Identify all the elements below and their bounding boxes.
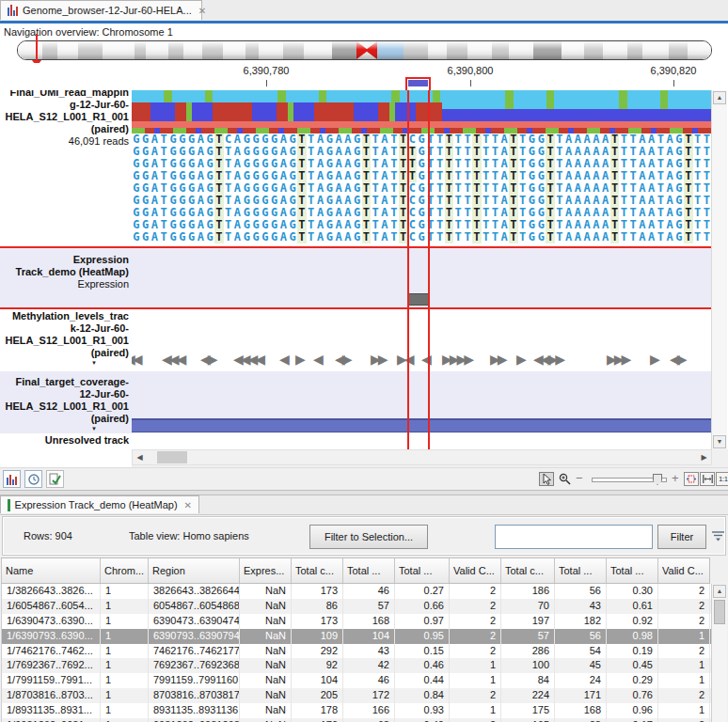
scroll-left-icon[interactable]: ◀: [134, 451, 146, 463]
zoom-out-icon[interactable]: −: [576, 471, 583, 485]
table-cell: 2: [658, 599, 710, 614]
scrollbar-spacer: [0, 449, 132, 467]
table-cell: 1: [101, 673, 149, 688]
zoom-slider[interactable]: [592, 478, 667, 482]
table-row[interactable]: 1/7462176..7462...17462176..7462177NaN29…: [2, 644, 711, 659]
track-dropdown-icon[interactable]: ▼: [0, 425, 129, 432]
table-row[interactable]: 1/6054867..6054...16054867..6054868NaN86…: [2, 599, 711, 614]
methylation-arrows: ◀◀◀◀◀◀▶◀◀◀◀◀▶◀◀▶▶▶▶◀◀▶▶▶▶▶▶▶◀◀▶▶▶▶▶▶◀▶◀: [132, 351, 696, 369]
navigation-overview-label: Navigation overview: Chromosome 1: [4, 26, 173, 38]
table-cell: 1: [658, 703, 710, 718]
zoom-in-icon[interactable]: +: [672, 471, 679, 485]
table-row[interactable]: 1/8703816..8703...18703816..8703817NaN20…: [2, 688, 711, 703]
table-cell: 1: [101, 658, 149, 673]
table-cell: 43: [555, 599, 607, 614]
pointer-tool-button[interactable]: [539, 472, 554, 486]
track-vertical-scrollbar[interactable]: ▲ ▼: [711, 90, 727, 449]
scroll-up-icon[interactable]: ▲: [713, 91, 726, 104]
column-header[interactable]: Total ...: [554, 558, 606, 583]
table-scroll-thumb[interactable]: [714, 600, 725, 624]
fit-width-button[interactable]: [700, 472, 715, 486]
column-header[interactable]: Name: [1, 558, 100, 583]
ideogram-band: [492, 41, 509, 59]
column-header[interactable]: Chrom...: [100, 558, 148, 583]
table-row[interactable]: 1/7991159..7991...17991159..7991160NaN10…: [2, 673, 711, 688]
close-table-tab-icon[interactable]: ✕: [182, 500, 192, 510]
filter-to-selection-button[interactable]: Filter to Selection...: [309, 525, 428, 549]
table-row[interactable]: 1/6390793..6390...16390793..6390794NaN10…: [2, 629, 711, 644]
advanced-filter-button[interactable]: [711, 528, 725, 542]
table-cell: 1: [101, 629, 149, 644]
column-header[interactable]: Expres...: [239, 558, 291, 583]
column-header[interactable]: Total c...: [500, 558, 554, 583]
zoom-selection-icon: [687, 475, 696, 483]
ideogram-band: [669, 41, 688, 59]
table-row[interactable]: 1/8931135..8931...18931135..8931136NaN17…: [2, 703, 711, 718]
tab-genome-browser[interactable]: Genome_browser-12-Jur-60-HELA... ✕: [0, 0, 202, 20]
table-cell: 2: [450, 718, 501, 722]
column-header[interactable]: Valid C...: [657, 558, 709, 583]
table-row[interactable]: 1/3826643..3826...13826643..3826644NaN17…: [2, 584, 711, 599]
selection-region-fill: [408, 80, 428, 86]
column-header[interactable]: Region: [148, 558, 239, 583]
element-info-button[interactable]: [46, 470, 64, 488]
table-cell: 205: [292, 688, 343, 703]
zoom-tool-button[interactable]: [557, 472, 572, 486]
table-cell: NaN: [240, 718, 292, 722]
ruler-tick: [673, 80, 674, 86]
table-cell: 8703816..8703817: [149, 688, 240, 703]
column-header[interactable]: Total ...: [342, 558, 394, 583]
methylation-mark: ◀◀◀: [162, 352, 183, 367]
track-label-unresolved[interactable]: Unresolved track: [0, 434, 129, 447]
close-tab-icon[interactable]: ✕: [197, 6, 206, 16]
zoom-100-button[interactable]: 1:1: [716, 472, 728, 486]
table-cell: 170: [292, 718, 343, 722]
main-tab-bar: Genome_browser-12-Jur-60-HELA... ✕: [0, 0, 728, 22]
table-cell: 178: [292, 703, 343, 718]
history-view-button[interactable]: [24, 470, 42, 488]
chromosome-ideogram[interactable]: [17, 40, 712, 60]
table-vertical-scrollbar[interactable]: ▲: [711, 584, 727, 722]
scroll-down-icon[interactable]: ▼: [713, 435, 726, 448]
table-cell: 54: [555, 644, 607, 659]
tab-expression-table[interactable]: Expression Track_demo (HeatMap) ✕: [0, 495, 199, 513]
methylation-mark: ▶: [295, 352, 303, 367]
zoom-slider-thumb[interactable]: [653, 474, 662, 485]
horizontal-scroll-thumb[interactable]: [157, 451, 187, 463]
table-cell: 0.29: [607, 673, 658, 688]
heatmap-cell[interactable]: [408, 293, 429, 306]
table-row[interactable]: 1/9031262..9031...19031262..9031263NaN17…: [2, 718, 711, 722]
track-label-coverage[interactable]: Final_target_coverage-12-Jur-60-HELA_S12…: [0, 376, 129, 432]
table-cell: 24: [555, 673, 607, 688]
zoom-to-selection-button[interactable]: [684, 472, 699, 486]
unresolved-track: Unresolved track: [0, 433, 712, 449]
table-cell: 46: [343, 673, 395, 688]
scroll-right-icon[interactable]: ▶: [698, 451, 710, 463]
track-dropdown-icon[interactable]: ▼: [0, 359, 129, 367]
track-view-mode-button[interactable]: [3, 470, 21, 488]
track-label-read-mapping[interactable]: Final_UMI_read_mapping-12-Jur-60-HELA_S1…: [0, 90, 129, 148]
track-horizontal-scrollbar[interactable]: ◀ ▶: [132, 449, 712, 465]
table-cell: 1: [101, 599, 149, 614]
ideogram-band: [283, 41, 304, 59]
table-cell: 6054867..6054868: [149, 599, 240, 614]
column-header[interactable]: Total ...: [394, 558, 449, 583]
table-cell: 2: [450, 614, 501, 629]
magnifier-plus-icon: [559, 473, 571, 485]
table-cell: 9031262..9031263: [149, 718, 240, 722]
table-cell: 0.44: [395, 673, 450, 688]
track-label-methylation[interactable]: Methylation_levels_track-12-Jur-60-HELA_…: [0, 310, 129, 367]
table-cell: 0.66: [395, 599, 450, 614]
filter-search-input[interactable]: [495, 525, 653, 549]
column-header[interactable]: Total ...: [606, 558, 657, 583]
table-scroll-up-icon[interactable]: ▲: [713, 585, 726, 598]
table-cell: 292: [292, 644, 343, 659]
table-cell: 2: [450, 688, 501, 703]
table-row[interactable]: 1/7692367..7692...17692367..7692368NaN92…: [2, 658, 711, 673]
ideogram-band-highlight: [377, 41, 404, 59]
track-label-expression[interactable]: ExpressionTrack_demo (HeatMap) Expressio…: [0, 254, 129, 290]
filter-button[interactable]: Filter: [657, 525, 706, 549]
column-header[interactable]: Valid C...: [449, 558, 500, 583]
table-row[interactable]: 1/6390473..6390...16390473..6390474NaN17…: [2, 614, 711, 629]
column-header[interactable]: Total c...: [291, 558, 342, 583]
